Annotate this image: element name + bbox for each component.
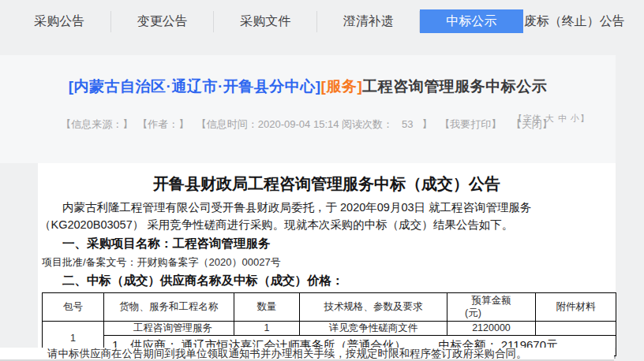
bid-results-table: 包号 货物、服务和工程名称 数量 技术规格、参数及要求 预算金额 (元) 附件材… xyxy=(42,292,616,356)
document-heading: 开鲁县财政局工程咨询管理服务中标（成交）公告 xyxy=(38,163,616,195)
print-button[interactable]: 【我要打印】 xyxy=(440,118,501,130)
tab-procurement-docs[interactable]: 采购文件 xyxy=(214,9,317,33)
font-size-controls[interactable]: 【字体 大 中 小】 xyxy=(514,113,590,125)
tab-clarification[interactable]: 澄清补遗 xyxy=(317,9,421,33)
cell-item-name: 工程咨询管理服务 xyxy=(104,321,234,335)
close-button[interactable]: 【关闭】 【字体 大 中 小】 xyxy=(509,117,555,132)
col-package-no: 包号 xyxy=(43,292,104,321)
meta-author: 【作者：】 xyxy=(137,118,189,130)
tab-cancelled-bid[interactable]: 废标（终止）公告 xyxy=(523,9,627,33)
meta-time-prefix: 【信息时间：2020-09-04 15:14 阅读次数： xyxy=(197,118,393,130)
tab-change-notice[interactable]: 变更公告 xyxy=(111,9,215,33)
announcement-tabbar: 采购公告 变更公告 采购文件 澄清补遗 中标公示 废标（终止）公告 xyxy=(8,9,639,33)
table-header-row: 包号 货物、服务和工程名称 数量 技术规格、参数及要求 预算金额 (元) 附件材… xyxy=(43,292,616,321)
tab-winning-bid[interactable]: 中标公示 xyxy=(420,9,523,33)
cell-quantity: 1 xyxy=(234,321,300,335)
col-budget-label: 预算金额 xyxy=(472,295,511,306)
col-budget: 预算金额 (元) xyxy=(447,292,536,321)
meta-source: 【信息来源：】 xyxy=(61,118,133,130)
tab-procurement-notice[interactable]: 采购公告 xyxy=(8,9,111,33)
col-item-name: 货物、服务和工程名称 xyxy=(104,292,234,321)
filing-number-line: 项目批准/备案文号：开财购备案字（2020）00027号 xyxy=(38,255,616,270)
footer-note: 请中标供应商在公告期间到我单位领取通知书并办理相关手续，按规定时限和程序签订政府… xyxy=(0,348,614,361)
document-intro-paragraph: 内蒙古利隆工程管理有限公司受开鲁县财政局委托，于 2020年09月03日 就工程… xyxy=(38,199,616,234)
title-category-part: [服务] xyxy=(321,78,363,95)
col-spec: 技术规格、参数及要求 xyxy=(300,292,447,321)
section2-heading: 二、中标（成交）供应商名称及中标（成交）价格： xyxy=(38,273,616,289)
table-row: 1 工程咨询管理服务 1 详见竞争性磋商文件 2120000 xyxy=(43,321,616,335)
col-budget-unit: (元) xyxy=(447,307,535,319)
col-attachment: 附件材料 xyxy=(536,292,616,321)
col-quantity: 数量 xyxy=(234,292,300,321)
title-region-part: [内蒙古自治区·通辽市·开鲁县分中心] xyxy=(69,78,321,95)
announcement-header: [内蒙古自治区·通辽市·开鲁县分中心][服务]工程咨询管理服务中标公示 【信息来… xyxy=(0,55,616,163)
cell-attachment xyxy=(536,321,616,335)
page-title: [内蒙古自治区·通辽市·开鲁县分中心][服务]工程咨询管理服务中标公示 xyxy=(0,76,616,97)
title-name-part: 工程咨询管理服务中标公示 xyxy=(362,78,547,95)
announcement-document: 开鲁县财政局工程咨询管理服务中标（成交）公告 内蒙古利隆工程管理有限公司受开鲁县… xyxy=(38,163,616,348)
cell-budget: 2120000 xyxy=(447,321,536,335)
meta-line: 【信息来源：】【作者：】 【信息时间：2020-09-04 15:14 阅读次数… xyxy=(0,117,616,132)
meta-time-suffix: 】 xyxy=(422,118,432,130)
meta-view-count: 53 xyxy=(402,118,413,130)
cell-spec: 详见竞争性磋商文件 xyxy=(300,321,447,335)
section1-heading: 一、采购项目名称：工程咨询管理服务 xyxy=(38,236,616,252)
